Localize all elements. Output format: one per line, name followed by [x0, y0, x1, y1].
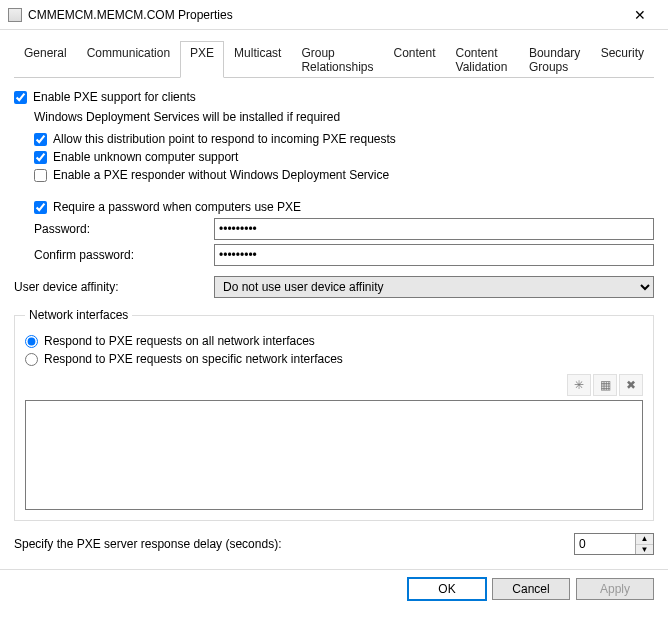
- affinity-label: User device affinity:: [14, 280, 214, 294]
- password-label: Password:: [34, 222, 214, 236]
- tab-strip: General Communication PXE Multicast Grou…: [14, 40, 654, 78]
- unknown-support-checkbox[interactable]: [34, 151, 47, 164]
- unknown-support-row: Enable unknown computer support: [34, 150, 654, 164]
- require-password-label: Require a password when computers use PX…: [53, 200, 301, 214]
- edit-interface-button[interactable]: ▦: [593, 374, 617, 396]
- spinner-arrows: ▲ ▼: [635, 534, 653, 554]
- password-input[interactable]: [214, 218, 654, 240]
- enable-pxe-checkbox[interactable]: [14, 91, 27, 104]
- interfaces-listbox[interactable]: [25, 400, 643, 510]
- require-password-row: Require a password when computers use PX…: [34, 200, 654, 214]
- star-icon: ✳: [574, 378, 584, 392]
- delete-interface-button[interactable]: ✖: [619, 374, 643, 396]
- ok-button[interactable]: OK: [408, 578, 486, 600]
- responder-no-wds-row: Enable a PXE responder without Windows D…: [34, 168, 654, 182]
- radio-specific-label: Respond to PXE requests on specific netw…: [44, 352, 343, 366]
- app-icon: [8, 8, 22, 22]
- dialog-footer: OK Cancel Apply: [0, 569, 668, 608]
- close-button[interactable]: ✕: [620, 1, 660, 29]
- tab-general[interactable]: General: [14, 41, 77, 78]
- delay-input[interactable]: [575, 534, 635, 554]
- confirm-password-input[interactable]: [214, 244, 654, 266]
- tab-pxe[interactable]: PXE: [180, 41, 224, 78]
- interface-toolbar: ✳ ▦ ✖: [25, 374, 643, 396]
- apply-button[interactable]: Apply: [576, 578, 654, 600]
- window-title: CMMEMCM.MEMCM.COM Properties: [28, 8, 620, 22]
- allow-respond-row: Allow this distribution point to respond…: [34, 132, 654, 146]
- tab-group-relationships[interactable]: Group Relationships: [291, 41, 383, 78]
- properties-icon: ▦: [600, 378, 611, 392]
- radio-specific-interfaces[interactable]: [25, 353, 38, 366]
- responder-no-wds-label: Enable a PXE responder without Windows D…: [53, 168, 389, 182]
- radio-all-label: Respond to PXE requests on all network i…: [44, 334, 315, 348]
- tab-content-validation[interactable]: Content Validation: [446, 41, 519, 78]
- titlebar: CMMEMCM.MEMCM.COM Properties ✕: [0, 0, 668, 30]
- spinner-up[interactable]: ▲: [636, 534, 653, 545]
- enable-pxe-label: Enable PXE support for clients: [33, 90, 196, 104]
- network-interfaces-legend: Network interfaces: [25, 308, 132, 322]
- radio-all-row: Respond to PXE requests on all network i…: [25, 334, 643, 348]
- enable-pxe-row: Enable PXE support for clients: [14, 90, 654, 104]
- affinity-select[interactable]: Do not use user device affinity: [214, 276, 654, 298]
- cancel-button[interactable]: Cancel: [492, 578, 570, 600]
- unknown-support-label: Enable unknown computer support: [53, 150, 238, 164]
- tab-security[interactable]: Security: [591, 41, 654, 78]
- spinner-down[interactable]: ▼: [636, 545, 653, 555]
- delay-spinner: ▲ ▼: [574, 533, 654, 555]
- wds-note: Windows Deployment Services will be inst…: [34, 110, 654, 124]
- confirm-password-row: Confirm password:: [34, 244, 654, 266]
- add-interface-button[interactable]: ✳: [567, 374, 591, 396]
- content-area: General Communication PXE Multicast Grou…: [0, 30, 668, 555]
- radio-all-interfaces[interactable]: [25, 335, 38, 348]
- allow-respond-checkbox[interactable]: [34, 133, 47, 146]
- delay-label: Specify the PXE server response delay (s…: [14, 537, 574, 551]
- confirm-password-label: Confirm password:: [34, 248, 214, 262]
- tab-multicast[interactable]: Multicast: [224, 41, 291, 78]
- tab-content[interactable]: Content: [383, 41, 445, 78]
- tab-communication[interactable]: Communication: [77, 41, 180, 78]
- tab-boundary-groups[interactable]: Boundary Groups: [519, 41, 591, 78]
- affinity-row: User device affinity: Do not use user de…: [14, 276, 654, 298]
- allow-respond-label: Allow this distribution point to respond…: [53, 132, 396, 146]
- network-interfaces-group: Network interfaces Respond to PXE reques…: [14, 308, 654, 521]
- require-password-checkbox[interactable]: [34, 201, 47, 214]
- password-row: Password:: [34, 218, 654, 240]
- delay-row: Specify the PXE server response delay (s…: [14, 533, 654, 555]
- delete-icon: ✖: [626, 378, 636, 392]
- responder-no-wds-checkbox[interactable]: [34, 169, 47, 182]
- radio-specific-row: Respond to PXE requests on specific netw…: [25, 352, 643, 366]
